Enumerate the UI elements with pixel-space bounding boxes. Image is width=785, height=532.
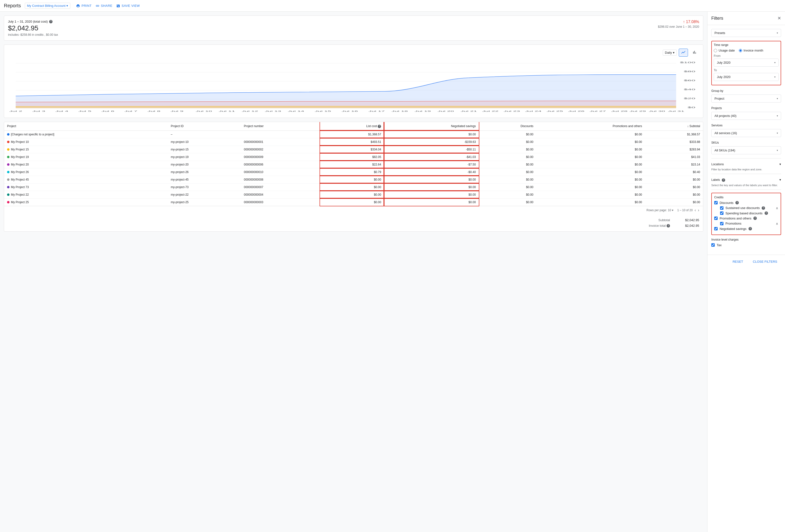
negotiated-savings-checkbox[interactable]: [714, 227, 718, 231]
account-selector[interactable]: My Contract Billing Account ▾: [25, 3, 70, 9]
svg-text:Jul 31: Jul 31: [668, 110, 684, 112]
project-name: My Project 25: [11, 201, 29, 204]
discounts-checkbox[interactable]: [714, 201, 718, 204]
negotiated-savings-checkbox-item[interactable]: Negotiated savings ?: [714, 227, 778, 231]
project-id-cell: my-project-25: [168, 198, 241, 206]
labels-help-icon[interactable]: ?: [722, 178, 725, 182]
line-chart-button[interactable]: [679, 49, 688, 57]
tax-checkbox-item[interactable]: Tax: [711, 243, 781, 247]
invoice-month-radio[interactable]: [739, 49, 742, 52]
list-cost-cell: $0.79: [320, 168, 384, 176]
print-button[interactable]: PRINT: [76, 4, 92, 8]
sustained-use-checkbox-item[interactable]: Sustained use discounts ? ∧: [720, 206, 778, 210]
promotions-others-checkbox[interactable]: [714, 216, 718, 220]
svg-text:$60: $60: [684, 79, 695, 82]
to-dropdown[interactable]: July 2020 ▾: [714, 73, 779, 81]
discounts-cell: $0.00: [479, 138, 536, 145]
presets-dropdown[interactable]: Presets ▾: [711, 29, 781, 37]
bar-chart-button[interactable]: [690, 49, 699, 57]
spending-based-checkbox[interactable]: [720, 211, 724, 215]
promotions-checkbox[interactable]: [720, 222, 724, 225]
spending-based-help-icon[interactable]: ?: [765, 211, 768, 215]
share-button[interactable]: SHARE: [96, 4, 112, 8]
from-dropdown[interactable]: July 2020 ▾: [714, 59, 779, 66]
project-dot: [7, 133, 9, 136]
invoice-level-section: Invoice level charges Tax: [711, 238, 781, 247]
table-row: My Project 45 my-project-45 000000000008…: [4, 176, 703, 183]
col-subtotal[interactable]: ↓ Subtotal: [645, 122, 703, 131]
group-by-dropdown[interactable]: Project ▾: [711, 95, 781, 103]
promotions-expand-icon[interactable]: ∧: [776, 222, 778, 225]
col-discounts: Discounts: [479, 122, 536, 131]
project-id-cell: –: [168, 131, 241, 138]
project-name: My Project 19: [11, 155, 29, 159]
project-dot: [7, 148, 9, 151]
discounts-label: Discounts: [719, 201, 733, 205]
invoice-total-help-icon[interactable]: ?: [666, 224, 670, 228]
summary-details: includes -$258.66 in credits , $0.00 tax: [8, 33, 58, 36]
usage-date-radio[interactable]: [714, 49, 717, 52]
list-cost-cell: $493.51: [320, 138, 384, 145]
negotiated-savings-help-icon[interactable]: ?: [749, 227, 752, 231]
sustained-use-checkbox[interactable]: [720, 206, 724, 210]
project-id-cell: my-project-15: [168, 145, 241, 153]
project-number-cell: 000000000001: [241, 138, 320, 145]
project-id-cell: my-project-73: [168, 183, 241, 191]
skus-dropdown[interactable]: All SKUs (194) ▾: [711, 146, 781, 154]
tax-checkbox[interactable]: [711, 243, 715, 247]
summary-help-icon[interactable]: ?: [49, 20, 53, 23]
svg-text:Jul 17: Jul 17: [369, 110, 385, 112]
sustained-use-help-icon[interactable]: ?: [762, 206, 765, 210]
skus-value: All SKUs (194): [714, 149, 735, 152]
promotions-others-help-icon[interactable]: ?: [753, 216, 757, 220]
negotiated-savings-cell: $0.00: [384, 183, 479, 191]
save-view-button[interactable]: SAVE VIEW: [116, 4, 140, 8]
promotions-cell: $0.00: [536, 138, 645, 145]
close-filters-button[interactable]: CLOSE FILTERS: [749, 258, 781, 265]
promotions-cell: $0.00: [536, 145, 645, 153]
share-icon: [96, 4, 99, 8]
promotions-checkbox-item[interactable]: Promotions ∧: [720, 222, 778, 225]
table-row: My Project 22 my-project-22 000000000004…: [4, 191, 703, 198]
discounts-help-icon[interactable]: ?: [735, 201, 739, 204]
locations-header[interactable]: Locations ▾: [711, 161, 781, 167]
list-cost-cell: $334.04: [320, 145, 384, 153]
prev-page-button[interactable]: ‹: [694, 208, 696, 212]
app-header: Reports My Contract Billing Account ▾ PR…: [0, 0, 785, 12]
subtotal-cell: $1,368.57: [645, 131, 703, 138]
projects-value: All projects (40): [714, 114, 736, 117]
filters-title: Filters: [711, 16, 723, 21]
discounts-cell: $0.00: [479, 168, 536, 176]
reset-button[interactable]: RESET: [729, 258, 747, 265]
summary-card: July 1 – 31, 2020 (total cost) ? $2,042.…: [4, 16, 703, 41]
subtotal-label: Subtotal: [658, 218, 670, 222]
time-range-radio-group: Usage date Invoice month: [714, 49, 779, 52]
rows-per-page-label: Rows per page:: [647, 209, 667, 212]
project-cell: My Project 22: [4, 191, 168, 198]
list-cost-help-icon[interactable]: ?: [378, 125, 381, 128]
to-value: July 2020: [717, 75, 731, 79]
summary-amount: $2,042.95: [8, 24, 58, 32]
discounts-cell: $0.00: [479, 153, 536, 161]
labels-header[interactable]: Labels ? ▾: [711, 177, 781, 183]
next-page-button[interactable]: ›: [698, 208, 699, 212]
rows-per-page-value[interactable]: 10 ▾: [668, 209, 674, 212]
locations-collapse-icon: ▾: [779, 162, 781, 166]
list-cost-cell: $0.00: [320, 183, 384, 191]
discounts-checkbox-item[interactable]: Discounts ?: [714, 201, 778, 205]
filters-close-button[interactable]: ✕: [778, 16, 781, 21]
credits-title: Credits: [714, 196, 778, 199]
labels-title: Labels: [711, 178, 720, 182]
spending-based-checkbox-item[interactable]: Spending based discounts ?: [720, 211, 778, 215]
services-dropdown[interactable]: All services (16) ▾: [711, 129, 781, 137]
promotions-cell: $0.00: [536, 153, 645, 161]
subtotal-cell: $0.00: [645, 176, 703, 183]
promotions-others-checkbox-item[interactable]: Promotions and others ?: [714, 216, 778, 220]
sustained-use-expand-icon[interactable]: ∧: [776, 206, 778, 210]
subtotal-cell: $0.40: [645, 168, 703, 176]
project-id-cell: my-project-22: [168, 191, 241, 198]
granularity-select[interactable]: Daily ▾: [663, 50, 677, 56]
invoice-month-radio-label[interactable]: Invoice month: [739, 49, 763, 52]
usage-date-radio-label[interactable]: Usage date: [714, 49, 735, 52]
projects-dropdown[interactable]: All projects (40) ▾: [711, 112, 781, 120]
